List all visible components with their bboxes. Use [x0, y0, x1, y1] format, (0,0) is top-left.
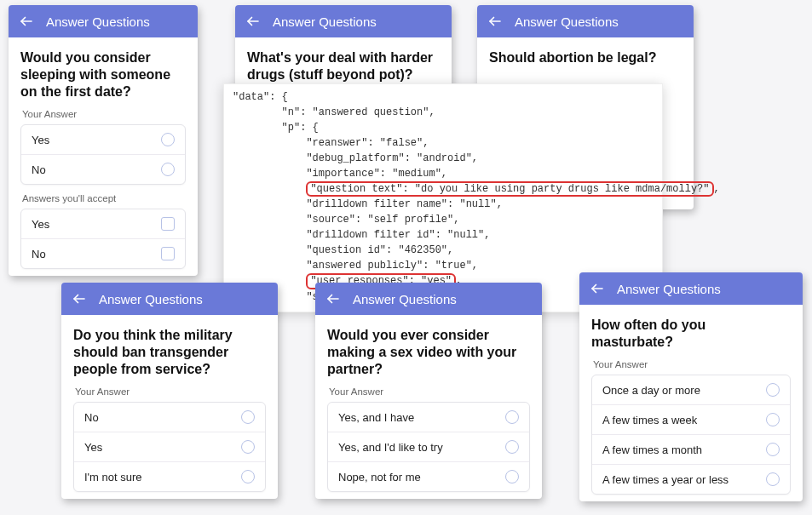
answers-accept-label: Answers you'll accept [22, 193, 186, 203]
answer-options: Yes No [20, 124, 186, 185]
radio-icon [161, 163, 175, 176]
answer-option[interactable]: A few times a week [592, 405, 790, 435]
header-title: Answer Questions [353, 292, 457, 306]
card-header: Answer Questions [235, 5, 452, 37]
answer-option[interactable]: Yes [21, 125, 185, 155]
checkbox-icon [161, 247, 175, 260]
answer-options: No Yes I'm not sure [73, 402, 266, 492]
answer-option[interactable]: A few times a year or less [592, 465, 790, 494]
card-header: Answer Questions [61, 283, 278, 315]
answer-options: Once a day or more A few times a week A … [591, 375, 791, 495]
back-icon[interactable] [487, 14, 503, 29]
header-title: Answer Questions [273, 14, 377, 29]
question-card: Answer Questions How often do you mastur… [579, 272, 803, 501]
answer-option[interactable]: I'm not sure [74, 462, 265, 491]
header-title: Answer Questions [46, 14, 150, 29]
question-card: Answer Questions Would you consider slee… [9, 5, 198, 276]
card-header: Answer Questions [477, 5, 694, 37]
radio-icon [505, 440, 519, 454]
radio-icon [766, 443, 780, 456]
answer-option[interactable]: No [21, 155, 185, 184]
question-card: Answer Questions Would you ever consider… [315, 283, 542, 499]
header-title: Answer Questions [515, 14, 619, 29]
answer-option[interactable]: Yes [74, 432, 265, 462]
answer-option[interactable]: Yes, and I'd like to try [328, 432, 529, 462]
question-text: Do you think the military should ban tra… [73, 327, 266, 378]
answer-options: Yes, and I have Yes, and I'd like to try… [327, 402, 530, 492]
radio-icon [241, 470, 255, 484]
answer-option[interactable]: Yes, and I have [328, 403, 529, 432]
answer-option[interactable]: A few times a month [592, 435, 790, 465]
radio-icon [505, 410, 519, 424]
card-header: Answer Questions [579, 272, 803, 305]
checkbox-icon [161, 217, 175, 231]
accept-option[interactable]: No [21, 239, 185, 268]
answer-option[interactable]: Once a day or more [592, 375, 790, 405]
radio-icon [766, 413, 780, 426]
back-icon[interactable] [19, 14, 34, 29]
question-text: Would you consider sleeping with someone… [20, 49, 186, 100]
radio-icon [766, 383, 780, 397]
accept-options: Yes No [20, 209, 186, 269]
your-answer-label: Your Answer [22, 109, 186, 119]
radio-icon [241, 410, 255, 424]
radio-icon [766, 472, 780, 486]
card-header: Answer Questions [9, 5, 198, 37]
radio-icon [161, 133, 175, 146]
back-icon[interactable] [72, 291, 87, 306]
header-title: Answer Questions [99, 292, 203, 306]
question-text: Would you ever consider making a sex vid… [327, 327, 530, 378]
question-text: How often do you masturbate? [591, 317, 791, 351]
card-header: Answer Questions [315, 283, 542, 315]
question-card: Answer Questions Do you think the milita… [61, 283, 278, 499]
question-text: Should abortion be legal? [489, 49, 682, 66]
header-title: Answer Questions [617, 282, 721, 296]
radio-icon [241, 440, 255, 454]
your-answer-label: Your Answer [75, 386, 266, 397]
question-text: What's your deal with harder drugs (stuf… [247, 49, 440, 83]
answer-option[interactable]: No [74, 403, 265, 432]
radio-icon [505, 470, 519, 484]
back-icon[interactable] [245, 14, 261, 29]
accept-option[interactable]: Yes [21, 209, 185, 239]
highlighted-json: "question text": "do you like using part… [306, 181, 713, 197]
answer-option[interactable]: Nope, not for me [328, 462, 529, 491]
your-answer-label: Your Answer [329, 386, 530, 397]
back-icon[interactable] [325, 291, 341, 306]
your-answer-label: Your Answer [593, 359, 791, 369]
back-icon[interactable] [590, 281, 605, 296]
